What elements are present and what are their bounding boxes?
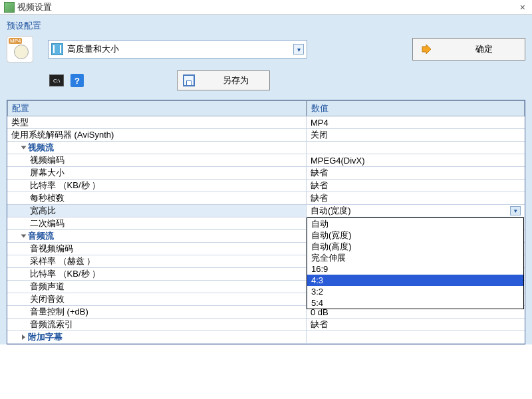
group-label: 附加字幕: [28, 331, 63, 343]
preset-row: 高质量和大小 ▾ 确定: [7, 36, 525, 63]
aspect-ratio-dropdown[interactable]: 自动自动(宽度)自动(高度)完全伸展16:94:33:25:4: [307, 217, 524, 309]
row-key: 音视频编码: [7, 243, 307, 255]
titlebar: 视频设置 ×: [0, 0, 532, 15]
setting-row[interactable]: 屏幕大小缺省: [7, 167, 525, 180]
setting-row[interactable]: 使用系统解码器 (AviSynth)关闭: [7, 129, 525, 142]
dropdown-item[interactable]: 自动(高度): [307, 241, 523, 252]
row-key: 附加字幕: [7, 331, 307, 343]
setting-row[interactable]: 视频编码MPEG4(DivX): [7, 154, 525, 167]
row-value[interactable]: 自动(宽度)▾: [307, 205, 525, 217]
row-value: 缺省: [307, 167, 525, 179]
row-value: 缺省: [307, 319, 525, 331]
floppy-disk-icon: [183, 74, 195, 86]
preset-combobox[interactable]: 高质量和大小 ▾: [48, 40, 307, 59]
header-value: 数值: [307, 100, 525, 116]
save-as-label: 另存为: [207, 74, 264, 86]
setting-row[interactable]: 比特率 （KB/秒 ）缺省: [7, 180, 525, 192]
row-key: 比特率 （KB/秒 ）: [7, 268, 307, 280]
row-key: 音频流: [7, 230, 307, 242]
setting-row[interactable]: 宽高比自动(宽度)▾: [7, 205, 525, 217]
dropdown-item[interactable]: 自动(宽度): [307, 229, 523, 241]
group-label: 视频流: [28, 142, 54, 154]
expand-open-icon[interactable]: [21, 146, 27, 150]
combo-value: 自动(宽度): [311, 205, 351, 217]
row-key: 类型: [7, 116, 307, 128]
ok-button-label: 确定: [452, 43, 517, 55]
grid-body: 类型MP4使用系统解码器 (AviSynth)关闭视频流视频编码MPEG4(Di…: [7, 116, 525, 344]
dropdown-item[interactable]: 自动: [307, 218, 523, 229]
arrow-right-icon: [421, 44, 432, 55]
aspect-ratio-combobox[interactable]: 自动(宽度)▾: [311, 205, 521, 217]
row-value: [307, 331, 525, 343]
group-row[interactable]: 附加字幕: [7, 331, 525, 344]
setting-row[interactable]: 每秒桢数缺省: [7, 192, 525, 205]
expand-closed-icon[interactable]: [22, 334, 25, 340]
chevron-down-icon[interactable]: ▾: [510, 206, 521, 215]
settings-grid: 配置 数值 类型MP4使用系统解码器 (AviSynth)关闭视频流视频编码MP…: [7, 100, 525, 344]
row-key: 音频声道: [7, 281, 307, 293]
dropdown-item[interactable]: 5:4: [307, 297, 523, 309]
close-icon[interactable]: ×: [517, 2, 528, 13]
row-key: 每秒桢数: [7, 192, 307, 204]
row-key: 使用系统解码器 (AviSynth): [7, 129, 307, 141]
dropdown-item[interactable]: 完全伸展: [307, 252, 523, 263]
row-key: 屏幕大小: [7, 167, 307, 179]
grid-header: 配置 数值: [7, 100, 525, 116]
dropdown-item[interactable]: 3:2: [307, 286, 523, 297]
toolbar-row: C:\ ? 另存为: [49, 70, 525, 90]
setting-row[interactable]: 类型MP4: [7, 116, 525, 129]
group-label: 音频流: [28, 230, 54, 242]
row-value: 缺省: [307, 180, 525, 192]
expand-open-icon[interactable]: [21, 235, 27, 238]
dropdown-item[interactable]: 16:9: [307, 263, 523, 275]
row-key: 视频流: [7, 142, 307, 154]
dropdown-item[interactable]: 4:3: [307, 275, 523, 286]
row-key: 关闭音效: [7, 293, 307, 305]
row-key: 采样率 （赫兹 ）: [7, 255, 307, 267]
row-value: [307, 142, 525, 154]
mp4-file-icon: [7, 36, 33, 63]
ok-button[interactable]: 确定: [412, 38, 525, 61]
group-row[interactable]: 视频流: [7, 142, 525, 154]
svg-marker-0: [422, 45, 431, 54]
chevron-down-icon[interactable]: ▾: [293, 44, 304, 55]
row-value: 缺省: [307, 192, 525, 204]
row-key: 视频编码: [7, 154, 307, 166]
app-icon: [4, 2, 15, 13]
row-key: 音频流索引: [7, 319, 307, 331]
film-icon: [51, 43, 63, 55]
row-value: MPEG4(DivX): [307, 154, 525, 166]
preset-label: 预设配置: [7, 20, 525, 32]
content-area: 预设配置 高质量和大小 ▾ 确定 C:\ ? 另存为 配置 数值 类型MP4使用…: [0, 15, 532, 344]
row-key: 比特率 （KB/秒 ）: [7, 180, 307, 192]
console-icon[interactable]: C:\: [49, 74, 64, 86]
help-icon[interactable]: ?: [70, 74, 84, 87]
setting-row[interactable]: 音频流索引缺省: [7, 319, 525, 331]
row-key: 音量控制 (+dB): [7, 306, 307, 318]
row-value: 关闭: [307, 129, 525, 141]
header-config: 配置: [7, 100, 307, 116]
row-key: 二次编码: [7, 217, 307, 229]
window-title: 视频设置: [17, 1, 517, 13]
preset-value: 高质量和大小: [67, 43, 293, 55]
row-value: MP4: [307, 116, 525, 128]
row-key: 宽高比: [7, 205, 307, 217]
save-as-button[interactable]: 另存为: [177, 70, 270, 90]
